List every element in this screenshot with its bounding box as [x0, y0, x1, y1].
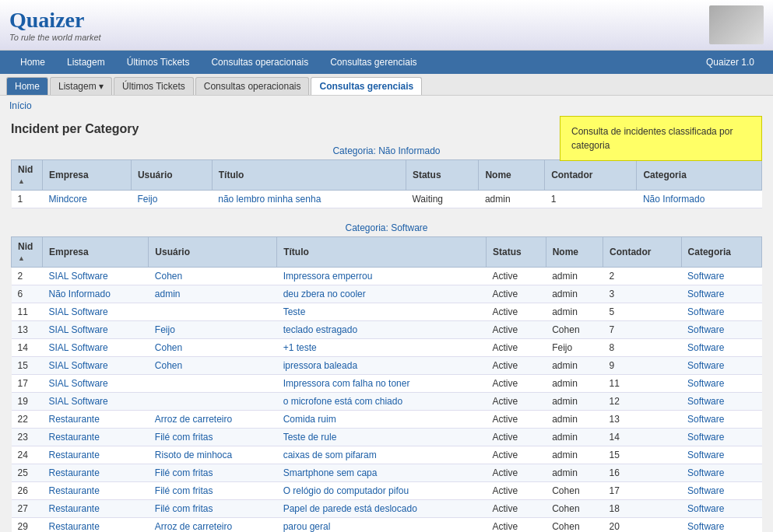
category1-header-row: Nid ▲ Empresa Usuário Título Status Nome… [12, 160, 762, 191]
cell-nome: Cohen [546, 321, 603, 339]
cell-contador: 8 [603, 339, 681, 357]
cell-empresa: Restaurante [43, 500, 149, 518]
logo: Quaizer [9, 8, 101, 33]
category2-table: Nid ▲ Empresa Usuário Título Status Nome… [11, 236, 762, 532]
cell-titulo: não lembro minha senha [212, 191, 406, 208]
col-nome1: Nome [479, 160, 545, 191]
cell-categoria: Software [681, 375, 761, 393]
cell-contador: 1 [545, 191, 637, 208]
top-nav-listagem[interactable]: Listagem [56, 51, 116, 74]
logo-subtitle: To rule the world market [9, 33, 101, 42]
cell-usuario: Filé com fritas [149, 464, 277, 482]
cell-nid: 22 [12, 411, 43, 429]
cell-titulo: caixas de som pifaram [277, 446, 487, 464]
cell-empresa: Restaurante [43, 464, 149, 482]
cell-titulo: o microfone está com chiado [277, 393, 487, 411]
tab-bar: Home Listagem ▾ Últimos Tickets Consulta… [0, 74, 773, 96]
cell-status: Active [486, 482, 546, 500]
table-row: 1 Mindcore Feijo não lembro minha senha … [12, 191, 762, 208]
cell-usuario: Risoto de minhoca [149, 446, 277, 464]
category2-header-row: Nid ▲ Empresa Usuário Título Status Nome… [12, 237, 762, 268]
col-usuario2: Usuário [149, 237, 277, 268]
cell-nome: admin [546, 411, 603, 429]
tab-ultimos-tickets[interactable]: Últimos Tickets [114, 77, 194, 95]
category1-tbody: 1 Mindcore Feijo não lembro minha senha … [12, 191, 762, 208]
cell-usuario: Cohen [149, 339, 277, 357]
cell-status: Active [486, 393, 546, 411]
cell-categoria: Software [681, 268, 761, 285]
cell-nid: 6 [12, 285, 43, 303]
cell-nome: admin [546, 429, 603, 446]
cell-nome: Cohen [546, 482, 603, 500]
top-nav-ultimos-tickets[interactable]: Últimos Tickets [116, 51, 201, 74]
cell-nid: 2 [12, 268, 43, 285]
cell-titulo: Impressora emperrou [277, 268, 487, 285]
table-row: 14 SIAL Software Cohen +1 teste Active F… [12, 339, 762, 357]
cell-nid: 15 [12, 357, 43, 375]
top-nav-consultas-ger[interactable]: Consultas gerenciais [319, 51, 427, 74]
main-content: Consulta de incidentes classificada por … [0, 116, 773, 532]
cell-empresa: Restaurante [43, 482, 149, 500]
cell-status: Waiting [406, 191, 479, 208]
cell-empresa: SIAL Software [43, 339, 149, 357]
col-titulo1: Título [212, 160, 406, 191]
cell-status: Active [486, 357, 546, 375]
cell-status: Active [486, 429, 546, 446]
category1-table: Nid ▲ Empresa Usuário Título Status Nome… [11, 159, 762, 208]
app-header: Quaizer To rule the world market [0, 0, 773, 51]
cell-usuario: Feijo [149, 321, 277, 339]
cell-categoria: Software [681, 285, 761, 303]
cell-usuario: Cohen [149, 268, 277, 285]
cell-titulo: O relógio do computador pifou [277, 482, 487, 500]
tab-home[interactable]: Home [6, 77, 48, 95]
cell-status: Active [486, 464, 546, 482]
cell-contador: 5 [603, 303, 681, 321]
cell-nome: admin [546, 357, 603, 375]
cell-empresa: SIAL Software [43, 393, 149, 411]
category2-label-text: Categoria: [345, 222, 391, 233]
cell-empresa: SIAL Software [43, 268, 149, 285]
cell-nome: Cohen [546, 500, 603, 518]
category1-value[interactable]: Não Informado [378, 145, 440, 156]
cell-categoria: Software [681, 357, 761, 375]
col-contador1: Contador [545, 160, 637, 191]
col-nid1[interactable]: Nid ▲ [12, 160, 43, 191]
cell-contador: 18 [603, 500, 681, 518]
cell-nid: 23 [12, 429, 43, 446]
top-nav-consultas-op[interactable]: Consultas operacionais [200, 51, 319, 74]
cell-usuario: Filé com fritas [149, 500, 277, 518]
cell-nid: 11 [12, 303, 43, 321]
table-row: 25 Restaurante Filé com fritas Smartphon… [12, 464, 762, 482]
breadcrumb-inicio[interactable]: Início [9, 100, 32, 111]
category2-value[interactable]: Software [391, 222, 427, 233]
cell-nome: Feijo [546, 339, 603, 357]
table-row: 23 Restaurante Filé com fritas Teste de … [12, 429, 762, 446]
table-row: 6 Não Informado admin deu zbera no coole… [12, 285, 762, 303]
col-nid2[interactable]: Nid ▲ [12, 237, 43, 268]
cell-titulo: +1 teste [277, 339, 487, 357]
col-empresa1: Empresa [43, 160, 132, 191]
cell-categoria: Software [681, 464, 761, 482]
cell-usuario: admin [149, 285, 277, 303]
table-row: 17 SIAL Software Impressora com falha no… [12, 375, 762, 393]
cell-nome: admin [546, 303, 603, 321]
cell-contador: 20 [603, 518, 681, 533]
top-nav-home[interactable]: Home [9, 51, 56, 74]
tab-listagem[interactable]: Listagem ▾ [50, 77, 112, 95]
tab-consultas-op[interactable]: Consultas operacionais [195, 77, 310, 95]
header-right [709, 5, 764, 44]
cell-contador: 3 [603, 285, 681, 303]
cell-nid: 27 [12, 500, 43, 518]
col-categoria2: Categoria [681, 237, 761, 268]
cell-contador: 14 [603, 429, 681, 446]
table-row: 2 SIAL Software Cohen Impressora emperro… [12, 268, 762, 285]
category2-section: Categoria: Software Nid ▲ Empresa Usuári… [11, 222, 762, 532]
cell-contador: 15 [603, 446, 681, 464]
cell-status: Active [486, 303, 546, 321]
cell-usuario: Filé com fritas [149, 429, 277, 446]
tab-consultas-ger[interactable]: Consultas gerenciais [311, 77, 422, 95]
tooltip-box: Consulta de incidentes classificada por … [560, 116, 762, 161]
cell-categoria: Software [681, 321, 761, 339]
cell-categoria: Software [681, 411, 761, 429]
cell-categoria: Software [681, 393, 761, 411]
